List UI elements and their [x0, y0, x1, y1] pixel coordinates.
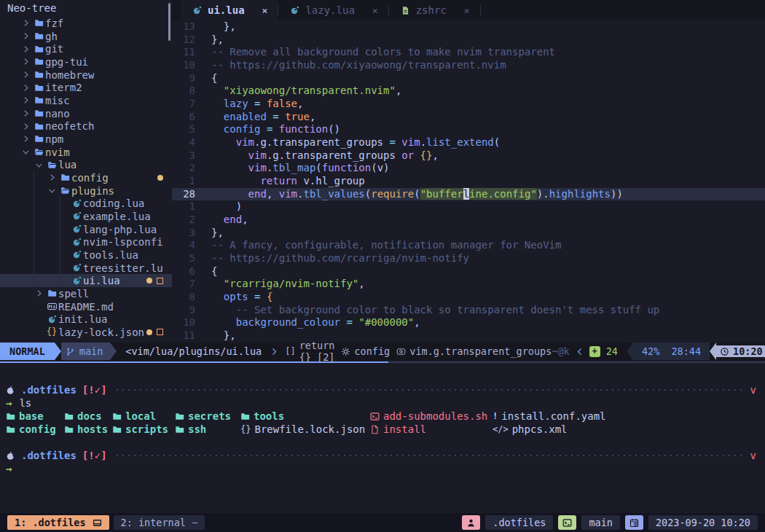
tree-item-label: ui.lua: [83, 275, 120, 286]
prompt-filler: [114, 449, 743, 462]
ls-entry-install.conf.yaml: !install.conf.yaml: [493, 410, 606, 423]
tree-item-README.md[interactable]: README.md: [0, 300, 172, 313]
tree-item-nano[interactable]: nano: [0, 107, 172, 120]
chevron-right-icon: [19, 18, 32, 28]
git-added-icon: +: [589, 346, 600, 357]
command-line[interactable]: →: [0, 462, 765, 475]
lua-icon: [70, 276, 83, 286]
tree-item-label: example.lua: [83, 211, 151, 222]
code-editor[interactable]: 13 },12},11-- Remove all background colo…: [172, 20, 765, 343]
folder-icon: [32, 70, 45, 79]
folder-icon: [112, 412, 122, 421]
tree-item-label: homebrew: [45, 69, 94, 81]
tree-item-label: fzf: [45, 17, 63, 29]
folder-icon: [6, 412, 15, 421]
folder-icon: [32, 83, 45, 93]
tree-item-coding.lua[interactable]: coding.lua: [0, 197, 172, 210]
code-line: 1 ): [172, 200, 765, 214]
tree-item-init.lua[interactable]: init.lua: [0, 313, 172, 326]
tree-item-spell[interactable]: spell: [0, 287, 172, 300]
tree-item-ui.lua[interactable]: ui.lua: [0, 274, 172, 287]
line-number: 12: [172, 34, 195, 47]
prompt-end: v: [750, 449, 756, 462]
tree-item-nvim-lspconfig.[interactable]: nvim-lspconfig.: [0, 235, 172, 249]
command-line[interactable]: →ls: [0, 396, 765, 410]
close-icon[interactable]: ×: [464, 5, 470, 16]
code-line: 8 opts = {: [172, 291, 765, 304]
tree-item-label: coding.lua: [83, 197, 144, 209]
lua-icon: [70, 199, 83, 208]
tmux-status-label: 2023-09-20 10:20: [648, 515, 758, 530]
tree-item-plugins[interactable]: plugins: [0, 184, 172, 197]
tree-item-git[interactable]: git: [0, 42, 172, 55]
tab-zshrc[interactable]: zshrc×: [389, 0, 480, 20]
tmux-window-1-dotfiles[interactable]: 1: .dotfiles: [7, 515, 109, 530]
neotree-file-list: fzfghgitgpg-tuihomebrewiterm2miscnanoneo…: [0, 17, 172, 339]
tree-item-gh[interactable]: gh: [0, 30, 172, 43]
terminal-badge: [558, 515, 576, 530]
code-line: 3 vim.g.transparent_groups or {},: [172, 149, 765, 163]
tree-item-gpg-tui[interactable]: gpg-tui: [0, 55, 172, 69]
git-added-count: 24: [606, 345, 618, 357]
tree-item-label: gh: [45, 31, 58, 42]
breadcrumb-item: []return {} [2]: [285, 340, 334, 363]
line-number: 3: [172, 227, 195, 240]
clock-icon: [720, 347, 729, 356]
tree-item-misc[interactable]: misc: [0, 94, 172, 107]
neotree-scrollbar[interactable]: [168, 3, 170, 41]
folder-open-icon: [32, 147, 45, 157]
chevron-right-icon: [19, 109, 32, 118]
tree-item-npm[interactable]: npm: [0, 133, 172, 146]
tree-item-treesitter.lua[interactable]: treesitter.lua: [0, 262, 172, 275]
line-number: 7: [172, 98, 195, 111]
shell-prompt: .dotfiles[!✓]v: [0, 449, 765, 462]
ls-entry-tools: tools: [240, 410, 284, 423]
tree-item-iterm2[interactable]: iterm2: [0, 81, 172, 94]
chevron-down-icon: [45, 186, 58, 195]
neotree-sidebar[interactable]: Neo-tree fzfghgitgpg-tuihomebrewiterm2mi…: [0, 0, 172, 343]
lua-icon: [290, 6, 299, 15]
tree-item-example.lua[interactable]: example.lua: [0, 210, 172, 223]
tree-item-label: tools.lua: [83, 249, 138, 261]
tree-item-neofetch[interactable]: neofetch: [0, 120, 172, 133]
close-icon[interactable]: ×: [372, 5, 378, 16]
close-icon[interactable]: ×: [262, 5, 268, 16]
folder-icon: [175, 425, 184, 434]
tree-item-homebrew[interactable]: homebrew: [0, 69, 172, 82]
tree-item-nvim[interactable]: nvim: [0, 146, 172, 159]
tab-lazy.lua[interactable]: lazy.lua×: [278, 0, 388, 20]
tree-item-lang-php.lua[interactable]: lang-php.lua: [0, 223, 172, 236]
tab-ui.lua[interactable]: ui.lua×: [181, 0, 278, 20]
braces-icon: {}: [45, 327, 58, 337]
cursor: l: [463, 188, 469, 200]
tree-item-tools.lua[interactable]: tools.lua: [0, 249, 172, 262]
bufferline: ui.lua×lazy.lua×zshrc×: [172, 0, 765, 20]
tree-item-lua[interactable]: lua: [0, 158, 172, 171]
chevron-right-icon: [32, 289, 45, 298]
ls-entry-ssh: ssh: [175, 423, 206, 436]
ls-entry-scripts: scripts: [112, 423, 168, 436]
line-number: 10: [172, 316, 195, 329]
tree-item-lazy-lock.json[interactable]: {}lazy-lock.json: [0, 326, 172, 339]
folder-icon: [32, 31, 45, 41]
code-line: 4 vim.g.transparent_groups = vim.list_ex…: [172, 136, 765, 149]
line-number: 8: [172, 291, 195, 304]
shell-pane[interactable]: .dotfiles[!✓]v→lsbasedocslocalsecretstoo…: [0, 363, 765, 513]
code-line: 9 -- Set background color to black so tr…: [172, 304, 765, 317]
tree-item-label: iterm2: [45, 82, 82, 93]
chevron-down-icon: [19, 147, 32, 157]
tmux-window-2-internal[interactable]: 2: internal—: [114, 515, 205, 530]
tab-label: lazy.lua: [305, 4, 354, 16]
pane-icon: [93, 518, 102, 528]
tree-item-config[interactable]: config: [0, 171, 172, 184]
ls-entry-add-submodules.sh: add-submodules.sh: [370, 410, 487, 423]
doc-green-icon: [401, 6, 410, 15]
register-indicator: ~@k: [552, 345, 569, 357]
chevron-right-icon: [19, 44, 32, 54]
ls-output: basedocslocalsecretstoolsadd-submodules.…: [0, 410, 765, 436]
folder-icon: [64, 412, 74, 421]
line-number: 28: [172, 188, 195, 201]
tree-item-fzf[interactable]: fzf: [0, 17, 172, 30]
modified-dot-icon: [157, 175, 163, 181]
line-number: 3: [172, 149, 195, 163]
